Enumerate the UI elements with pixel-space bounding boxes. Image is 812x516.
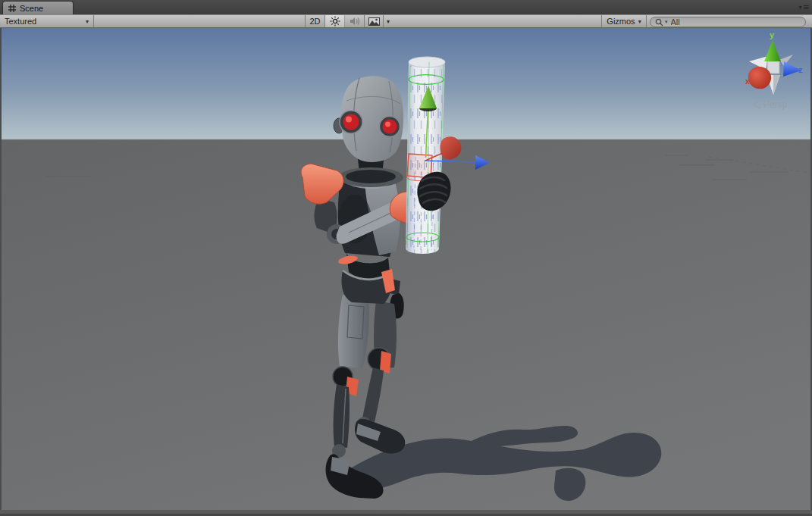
toggle-2d-button[interactable]: 2D	[305, 15, 324, 27]
2d-label: 2D	[309, 17, 320, 26]
grid-icon	[8, 5, 16, 12]
audio-toggle-button[interactable]	[344, 15, 364, 27]
axis-x-label: x	[745, 77, 751, 86]
chevron-down-icon: ▾	[387, 18, 390, 25]
chevron-down-icon: ▾	[86, 18, 89, 25]
axis-y-label: y	[770, 30, 775, 39]
chevron-down-icon: ▾	[638, 18, 641, 25]
tab-bar: Scene ▾ ≡	[0, 0, 812, 14]
lighting-toggle-button[interactable]	[324, 15, 344, 27]
separator	[93, 15, 94, 27]
axis-z-label: z	[798, 65, 803, 74]
search-filter-dropdown-icon[interactable]: ▾	[665, 19, 668, 25]
sun-icon	[330, 16, 340, 27]
scene-toolbar: Textured ▾ 2D	[0, 14, 812, 28]
panel-border-bottom	[0, 510, 812, 514]
effects-toggle-button[interactable]	[364, 15, 383, 27]
effects-dropdown[interactable]: ▾	[383, 15, 393, 27]
scene-viewport[interactable]: y z x Persp	[0, 28, 812, 516]
search-icon	[655, 18, 663, 27]
tab-label: Scene	[20, 4, 43, 13]
render-mode-label: Textured	[5, 17, 36, 26]
scene-search[interactable]: ▾	[650, 17, 806, 27]
panel-border-left	[0, 28, 2, 516]
render-mode-dropdown[interactable]: Textured ▾	[0, 15, 93, 27]
panel-dropdown-icon[interactable]: ▾	[798, 5, 801, 11]
image-icon	[368, 17, 380, 26]
search-input[interactable]	[671, 17, 801, 27]
panel-menu-icon[interactable]: ≡	[803, 2, 809, 12]
robot-eye-left	[340, 111, 362, 133]
sky	[0, 28, 812, 139]
axis-x-cone[interactable]	[748, 67, 771, 89]
gizmos-dropdown[interactable]: Gizmos ▾	[601, 15, 647, 27]
tab-scene[interactable]: Scene	[2, 1, 74, 14]
speaker-icon	[350, 17, 360, 26]
projection-label[interactable]: Persp	[763, 99, 788, 110]
viewport-container: y z x Persp	[0, 28, 812, 516]
gizmos-label: Gizmos	[607, 17, 635, 26]
robot-eye-right	[380, 117, 400, 137]
scene-panel: Scene ▾ ≡ Textured ▾ 2D	[0, 0, 812, 516]
